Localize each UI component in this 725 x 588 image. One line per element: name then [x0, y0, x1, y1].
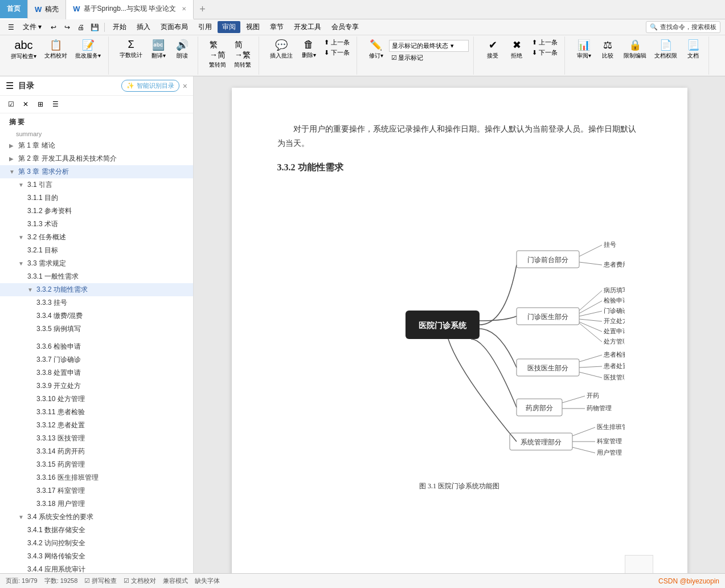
toc-tool-expand[interactable]: ⊞ — [34, 98, 47, 111]
next-change-btn[interactable]: ⬇ 下一条 — [530, 48, 560, 58]
undo-btn[interactable]: ↩ — [47, 21, 60, 34]
doc-rights-btn[interactable]: 📄 文档权限 — [652, 38, 680, 61]
toc-339[interactable]: 3.3.9 开立处方 — [0, 379, 193, 393]
toc-331[interactable]: 3.3.1 一般性需求 — [0, 270, 193, 283]
toc-337[interactable]: 3.3.7 门诊确诊 — [0, 353, 193, 366]
reject-btn[interactable]: ✖ 拒绝 — [506, 38, 527, 61]
tab-home[interactable]: 首页 — [0, 0, 28, 19]
toc-3314[interactable]: 3.3.14 药房开药 — [0, 445, 193, 458]
toc-3311[interactable]: 3.3.11 患者检验 — [0, 406, 193, 419]
t32-toggle[interactable]: ▼ — [18, 234, 25, 240]
delete-comment-btn[interactable]: 🗑 删除▾ — [298, 38, 320, 60]
toc-333[interactable]: 3.3.3 挂号 — [0, 296, 193, 309]
toc-3310[interactable]: 3.3.10 处方管理 — [0, 393, 193, 406]
simp-to-trad-btn[interactable]: 简→繁 简转繁 — [231, 38, 254, 70]
show-marks-btn[interactable]: ☑ 显示标记 — [389, 53, 469, 63]
doc-heading: 3.3.2 功能性需求 — [277, 162, 642, 174]
toc-3317[interactable]: 3.3.17 科室管理 — [0, 484, 193, 497]
t31-toggle[interactable]: ▼ — [18, 182, 25, 188]
tab-doc[interactable]: W 基于Springb...与实现 毕业论文 ✕ — [66, 0, 194, 19]
toc-3313[interactable]: 3.3.13 医技管理 — [0, 432, 193, 445]
ch2-toggle[interactable]: ▶ — [9, 156, 16, 162]
print-btn[interactable]: 🖨 — [75, 21, 87, 34]
correction-btn[interactable]: 📝 批改服务▾ — [72, 38, 104, 61]
toc-3318[interactable]: 3.3.18 用户管理 — [0, 497, 193, 511]
toc-335[interactable]: 3.3.5 病例填写 — [0, 322, 193, 336]
menu-file[interactable]: 文件 ▾ — [18, 21, 46, 33]
menu-chapter[interactable]: 章节 — [265, 21, 288, 33]
modify-btn[interactable]: ✏️ 修订▾ — [365, 38, 387, 61]
toc-32[interactable]: ▼ 3.2 任务概述 — [0, 231, 193, 244]
toc-ch1[interactable]: ▶ 第 1 章 绪论 — [0, 139, 193, 152]
menu-reference[interactable]: 引用 — [194, 21, 216, 33]
menu-devtools[interactable]: 开发工具 — [289, 21, 326, 33]
display-state-select[interactable]: 显示标记的最终状态 ▾ — [389, 40, 469, 52]
compare-btn[interactable]: ⚖ 比较 — [597, 38, 618, 61]
menu-page-layout[interactable]: 页面布局 — [156, 21, 192, 33]
trad-to-simp-btn[interactable]: 繁→简 繁转简 — [206, 38, 229, 70]
doc-check-btn[interactable]: 📋 文档校对 — [42, 38, 70, 61]
t332-toggle[interactable]: ▼ — [27, 287, 34, 293]
spell-check-btn[interactable]: abc 拼写检查▾ — [8, 38, 39, 62]
toc-33[interactable]: ▼ 3.3 需求规定 — [0, 257, 193, 270]
toc-ch2[interactable]: ▶ 第 2 章 开发工具及相关技术简介 — [0, 152, 193, 165]
status-doc-check[interactable]: ☑ 文档校对 — [124, 577, 156, 585]
toc-3312[interactable]: 3.3.12 患者处置 — [0, 419, 193, 432]
rt-wordcount-items: Σ 字数统计 🔤 翻译▾ 🔊 朗读 — [117, 38, 193, 72]
toc-313[interactable]: 3.1.3 术语 — [0, 218, 193, 231]
doc-tab-close[interactable]: ✕ — [182, 6, 186, 12]
toc-342[interactable]: 3.4.2 访问控制安全 — [0, 537, 193, 550]
review-mode-btn[interactable]: 📊 审阅▾ — [573, 38, 595, 61]
toc-3315[interactable]: 3.3.15 药房管理 — [0, 458, 193, 471]
redo-btn[interactable]: ↪ — [61, 21, 73, 34]
word-count-btn[interactable]: Σ 字数统计 — [117, 38, 145, 60]
toc-tool-x[interactable]: ✕ — [19, 98, 32, 111]
toc-312[interactable]: 3.1.2 参考资料 — [0, 205, 193, 218]
toc-tool-list[interactable]: ☰ — [49, 98, 62, 111]
toc-summary[interactable]: summary — [0, 129, 193, 139]
ai-toc-btn[interactable]: ✨ 智能识别目录 — [121, 80, 179, 92]
insert-comment-btn[interactable]: 💬 插入批注 — [267, 38, 296, 61]
read-btn[interactable]: 🔊 朗读 — [171, 38, 193, 61]
tab-draft[interactable]: W 稿壳 — [28, 0, 66, 19]
toc-tool-check[interactable]: ☑ — [5, 98, 17, 111]
menu-view[interactable]: 视图 — [241, 21, 264, 33]
menu-start[interactable]: 开始 — [108, 21, 131, 33]
prev-comment-btn[interactable]: ⬆ 上一条 — [322, 38, 352, 47]
accept-btn[interactable]: ✔ 接受 — [482, 38, 503, 61]
toc-ch3[interactable]: ▼ 第 3 章 需求分析 — [0, 165, 193, 178]
toc-343[interactable]: 3.4.3 网络传输安全 — [0, 550, 193, 563]
toc-311[interactable]: 3.1.1 目的 — [0, 191, 193, 205]
toc-3316[interactable]: 3.3.16 医生排班管理 — [0, 471, 193, 484]
menu-review[interactable]: 审阅 — [218, 21, 240, 33]
toc-334[interactable]: 3.3.4 缴费/混费 — [0, 309, 193, 322]
menu-vip[interactable]: 会员专享 — [327, 21, 363, 33]
toc-341[interactable]: 3.4.1 数据存储安全 — [0, 524, 193, 537]
save-btn[interactable]: 💾 — [88, 21, 101, 34]
ch3-toggle[interactable]: ▼ — [9, 169, 16, 175]
doc-area[interactable]: 对于用户的重要操作，系统应记录操作人和操作日期。操作人默认为当前登录人员。操作日… — [194, 76, 725, 573]
restrict-btn[interactable]: 🔒 限制编辑 — [621, 38, 649, 61]
t33-toggle[interactable]: ▼ — [18, 260, 25, 267]
toc-344[interactable]: 3.4.4 应用系统审计 — [0, 563, 193, 573]
ch1-toggle[interactable]: ▶ — [9, 142, 16, 149]
search-box[interactable]: 🔍 查找命令，搜索模板 — [646, 21, 720, 33]
toc-321[interactable]: 3.2.1 目标 — [0, 244, 193, 257]
status-spell-check[interactable]: ☑ 拼写检查 — [84, 577, 117, 585]
translate-btn[interactable]: 🔤 翻译▾ — [148, 38, 169, 61]
toc-338[interactable]: 3.3.8 处置申请 — [0, 366, 193, 379]
toc-abstract[interactable]: 摘 要 — [0, 116, 193, 129]
sidebar-close-btn[interactable]: × — [183, 81, 187, 91]
menu-insert[interactable]: 插入 — [132, 21, 155, 33]
toc-31[interactable]: ▼ 3.1 引言 — [0, 178, 193, 191]
toc-332[interactable]: ▼ 3.3.2 功能性需求 — [0, 283, 193, 296]
spell-check-status: 拼写检查 — [92, 577, 117, 585]
toc-336[interactable]: 3.3.6 检验申请 — [0, 340, 193, 353]
prev-change-btn[interactable]: ⬆ 上一条 — [530, 38, 560, 47]
next-comment-btn[interactable]: ⬇ 下一条 — [322, 48, 352, 58]
toc-34[interactable]: ▼ 3.4 系统安全性的要求 — [0, 511, 193, 524]
t34-toggle[interactable]: ▼ — [18, 514, 25, 520]
tab-add-button[interactable]: + — [194, 3, 211, 15]
menu-icon[interactable]: ☰ — [5, 21, 17, 34]
doc-btn[interactable]: 📃 文档 — [682, 38, 704, 61]
